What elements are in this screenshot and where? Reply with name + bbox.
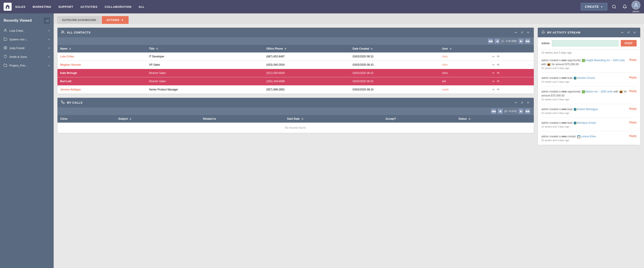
activity-link[interactable]: Nelson Inc - 1000 units: [586, 90, 613, 93]
edit-icon[interactable]: ✏: [48, 38, 50, 41]
edit-icon[interactable]: ✏: [48, 64, 50, 67]
edit-icon[interactable]: ✏: [48, 55, 50, 58]
view-row-icon[interactable]: 👁: [497, 88, 500, 91]
user-link[interactable]: sarah: [442, 88, 449, 91]
reply-button[interactable]: Reply: [629, 90, 636, 93]
edit-row-icon[interactable]: ✏: [492, 79, 495, 83]
user-link[interactable]: chris: [442, 71, 448, 75]
next-page-button[interactable]: ▶: [518, 109, 524, 114]
edit-row-icon[interactable]: ✏: [492, 71, 495, 75]
reply-button[interactable]: Reply: [629, 134, 636, 138]
user-link[interactable]: will: [442, 80, 446, 83]
contact-name-link[interactable]: Kate Mchugh: [60, 71, 77, 75]
search-button[interactable]: [610, 3, 618, 11]
nav-item-collaboration[interactable]: COLLABORATION: [105, 4, 132, 9]
view-row-icon[interactable]: 👁: [497, 63, 500, 66]
last-page-button[interactable]: ▶▶: [525, 39, 530, 43]
contact-name-link[interactable]: Lula Crites: [60, 55, 74, 58]
refresh-activity-button[interactable]: ↺: [626, 30, 630, 35]
activity-link[interactable]: Lorena Kline: [581, 135, 596, 138]
sort-icon[interactable]: ⇅: [450, 47, 452, 50]
user-link[interactable]: chris: [442, 63, 448, 66]
edit-row-icon[interactable]: ✏: [492, 88, 495, 91]
reply-button[interactable]: Reply: [629, 121, 636, 124]
sort-icon[interactable]: ⇅: [468, 118, 470, 120]
tab-actions[interactable]: ACTIONS ▼: [102, 16, 128, 24]
close-activity-button[interactable]: ✕: [632, 30, 636, 35]
nav-item-support[interactable]: SUPPORT: [58, 4, 73, 9]
left-panels: ALL CONTACTS ✏ ↺ ✕ ◀◀ ◀ (1 - 5 of 200) ▶: [57, 27, 534, 133]
view-row-icon[interactable]: 👁: [497, 71, 500, 75]
refresh-calls-button[interactable]: ↺: [520, 100, 524, 105]
user-menu[interactable]: admin: [632, 1, 640, 13]
first-page-button[interactable]: ◀◀: [488, 39, 493, 43]
nav-item-marketing[interactable]: MARKETING: [33, 4, 51, 9]
sidebar-item-system[interactable]: System not r... ✏: [0, 35, 54, 44]
close-panel-button[interactable]: ✕: [526, 30, 530, 35]
activity-timestamp: 22 weeks and 3 days ago: [541, 98, 636, 101]
reply-button[interactable]: Reply: [629, 76, 636, 79]
user-link[interactable]: chris: [442, 55, 448, 58]
tab-suitecrm-dashboard[interactable]: SUITECRM DASHBOARD: [57, 16, 101, 24]
prev-page-button[interactable]: ◀: [495, 39, 500, 43]
sort-icon[interactable]: ⇅: [69, 47, 71, 50]
nav-item-sales[interactable]: SALES: [15, 4, 26, 9]
sort-icon[interactable]: ⇅: [130, 118, 131, 120]
edit-panel-button[interactable]: ✏: [514, 30, 518, 35]
contact-title-cell: Director Sales: [146, 77, 264, 85]
create-button[interactable]: CREATE ▼: [581, 3, 607, 10]
sidebar-item-label: System not r...: [10, 38, 28, 41]
activity-link[interactable]: Gordon Ozuna: [577, 76, 595, 79]
view-row-icon[interactable]: 👁: [497, 55, 500, 58]
last-page-button[interactable]: ▶▶: [525, 109, 530, 114]
edit-row-icon[interactable]: ✏: [492, 55, 495, 58]
view-row-icon[interactable]: 👁: [497, 79, 500, 83]
sidebar-item-smith-sons[interactable]: Smith & Sons ✏: [0, 52, 54, 61]
contacts-table-header: Name ⇅ Title ⇅ Office Phone ⇅ Date Creat…: [58, 45, 534, 52]
edit-activity-button[interactable]: ✏: [620, 30, 624, 35]
activity-stream-panel: MY ACTIVITY STREAM ✏ ↺ ✕ Admin POST 22 w…: [538, 27, 640, 145]
sidebar-item-project[interactable]: Project_Prio... ✏: [0, 61, 54, 70]
my-calls-panel: MY CALLS ✏ ↺ ✕ ◀◀ ◀ (0 - 0 of 0) ▶ ▶: [57, 98, 534, 133]
svg-point-4: [5, 47, 6, 48]
reply-button[interactable]: Reply: [629, 107, 636, 110]
sort-icon[interactable]: ⇅: [302, 118, 303, 120]
contact-name-link[interactable]: Meghan Varnum: [60, 63, 81, 66]
contact-phone-cell: (557) 999-2852: [264, 85, 350, 94]
edit-calls-button[interactable]: ✏: [514, 100, 518, 105]
gear-icon: [4, 46, 7, 50]
activity-link[interactable]: Insight Marketing Inc - 1000 units: [586, 59, 625, 62]
sidebar-item-label: Smith & Sons: [10, 55, 27, 58]
post-input[interactable]: [552, 40, 618, 46]
contact-name-link[interactable]: Burt Lett: [60, 80, 71, 83]
sort-icon[interactable]: ⇅: [284, 47, 286, 50]
sidebar-item-lula-crites[interactable]: Lula Crites ✏: [0, 26, 54, 35]
calls-table-header: Close Subject ⇅ Related to Start Date ⇅ …: [58, 115, 534, 123]
table-row: Jerome Nelligan Senior Product Manager (…: [58, 85, 534, 94]
prev-page-button[interactable]: ◀: [498, 109, 503, 114]
contact-name-link[interactable]: Jerome Nelligan: [60, 88, 81, 91]
app-logo[interactable]: [4, 3, 12, 11]
next-page-button[interactable]: ▶: [518, 39, 524, 43]
nav-item-all[interactable]: ALL: [139, 4, 145, 9]
edit-row-icon[interactable]: ✏: [492, 63, 495, 66]
edit-icon[interactable]: ✏: [48, 29, 50, 32]
first-page-button[interactable]: ◀◀: [491, 109, 496, 114]
sidebar-item-jody-futrell[interactable]: Jody Futrell ✏: [0, 44, 54, 52]
activity-link[interactable]: Robert Montague: [577, 108, 598, 111]
refresh-panel-button[interactable]: ↺: [520, 30, 524, 35]
close-calls-button[interactable]: ✕: [526, 100, 530, 105]
edit-icon[interactable]: ✏: [48, 47, 50, 50]
sort-icon[interactable]: ⇅: [156, 47, 158, 50]
sort-icon[interactable]: ⇅: [371, 47, 372, 50]
contact-title-cell: Director Sales: [146, 69, 264, 77]
nav-item-activities[interactable]: ACTIVITIES: [80, 4, 98, 9]
reply-button[interactable]: Reply: [629, 58, 636, 61]
calls-pagination-info: (0 - 0 of 0): [504, 110, 517, 113]
activity-stream-title: MY ACTIVITY STREAM: [547, 31, 580, 34]
avatar[interactable]: [632, 1, 640, 9]
notifications-button[interactable]: [621, 3, 629, 11]
sidebar-collapse-button[interactable]: ◁: [44, 17, 50, 24]
activity-link[interactable]: Monique Arriola: [577, 121, 596, 124]
post-button[interactable]: POST: [621, 40, 636, 46]
